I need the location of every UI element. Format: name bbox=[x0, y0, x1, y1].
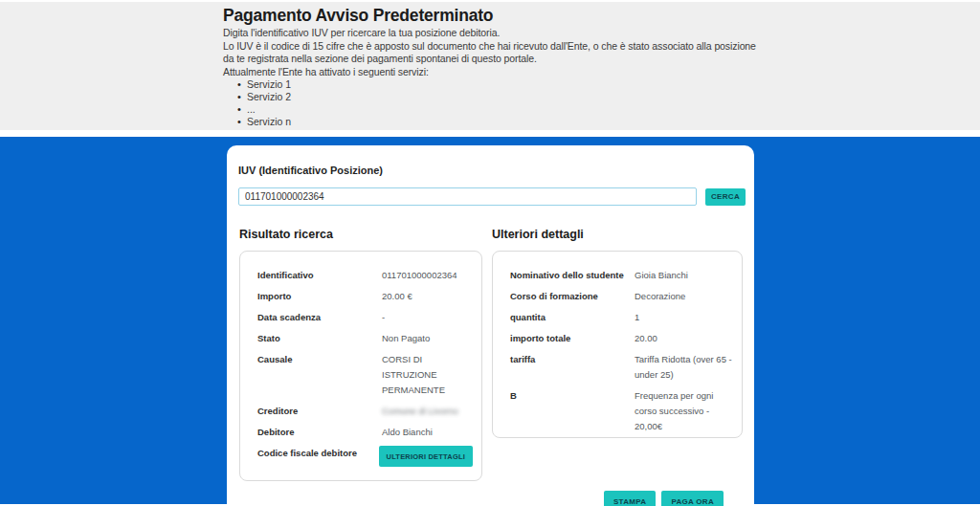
result-row: Importo 20.00 € bbox=[257, 289, 474, 304]
details-row: tariffa Tariffa Ridotta (over 65 - under… bbox=[510, 352, 734, 383]
payment-section-background: IUV (Identificativo Posizione) CERCA Ris… bbox=[0, 137, 980, 504]
card-actions: STAMPA PAGA ORA bbox=[227, 491, 739, 506]
intro-text: Digita l'identificativo IUV per ricercar… bbox=[223, 27, 980, 78]
result-heading: Risultato ricerca bbox=[239, 228, 482, 242]
intro-line-3: Attualmente l'Ente ha attivato i seguent… bbox=[223, 66, 764, 79]
result-row: Data scadenza - bbox=[257, 310, 474, 325]
services-list: Servizio 1 Servizio 2 ... Servizio n bbox=[223, 78, 980, 128]
service-item: Servizio 2 bbox=[237, 91, 980, 103]
iuv-input[interactable] bbox=[238, 187, 697, 206]
details-heading: Ulteriori dettagli bbox=[492, 228, 743, 242]
paga-ora-button[interactable]: PAGA ORA bbox=[661, 491, 724, 506]
payment-card: IUV (Identificativo Posizione) CERCA Ris… bbox=[227, 145, 754, 506]
service-item: ... bbox=[237, 103, 980, 116]
details-row: B Frequenza per ogni corso successivo - … bbox=[510, 388, 734, 434]
service-item: Servizio 1 bbox=[237, 78, 980, 91]
details-row: importo totale 20.00 bbox=[510, 331, 734, 346]
result-row: Creditore Comune di Livorno bbox=[257, 404, 474, 419]
details-row: Corso di formazione Decorazione bbox=[510, 289, 734, 304]
details-row: quantita 1 bbox=[510, 310, 734, 325]
search-result-column: Risultato ricerca Identificativo 0117010… bbox=[239, 228, 482, 481]
result-box: Identificativo 011701000002364 Importo 2… bbox=[239, 251, 482, 481]
details-box: Nominativo dello studente Gioia Bianchi … bbox=[492, 251, 743, 438]
service-item: Servizio n bbox=[237, 116, 980, 128]
ulteriori-dettagli-button[interactable]: ULTERIORI DETTAGLI bbox=[379, 446, 473, 467]
intro-line-2: Lo IUV è il codice di 15 cifre che è app… bbox=[223, 40, 764, 66]
iuv-field-label: IUV (Identificativo Posizione) bbox=[238, 165, 383, 176]
search-row: CERCA bbox=[238, 187, 746, 206]
result-row: Identificativo 011701000002364 bbox=[257, 268, 474, 283]
redacted-creditor-value: Comune di Livorno bbox=[382, 404, 474, 419]
intro-line-1: Digita l'identificativo IUV per ricercar… bbox=[223, 27, 764, 40]
stampa-button[interactable]: STAMPA bbox=[604, 491, 656, 506]
further-details-column: Ulteriori dettagli Nominativo dello stud… bbox=[492, 228, 743, 438]
result-row: Stato Non Pagato bbox=[257, 331, 474, 346]
page-title: Pagamento Avviso Predeterminato bbox=[223, 6, 980, 25]
cerca-button[interactable]: CERCA bbox=[705, 188, 746, 206]
details-row: Nominativo dello studente Gioia Bianchi bbox=[510, 268, 734, 283]
intro-section: Pagamento Avviso Predeterminato Digita l… bbox=[0, 2, 980, 130]
result-row: Causale CORSI DI ISTRUZIONE PERMANENTE bbox=[257, 352, 474, 398]
result-row: Debitore Aldo Bianchi bbox=[257, 425, 474, 440]
